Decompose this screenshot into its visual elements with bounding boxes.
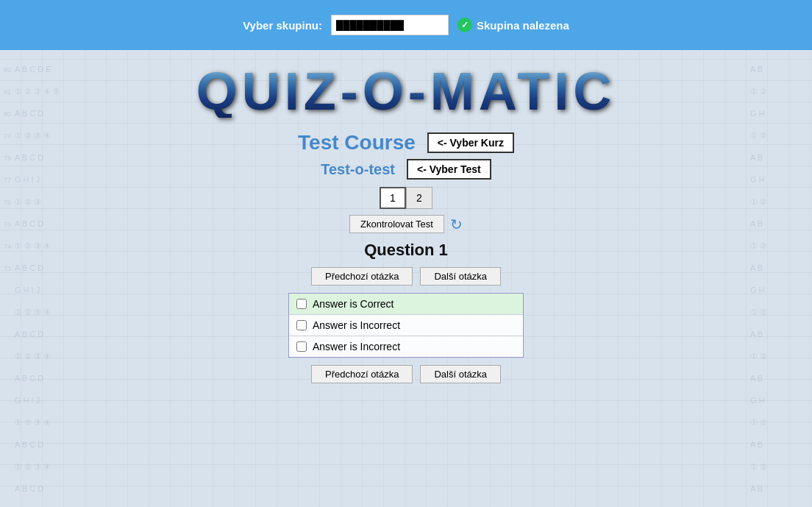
page-buttons: 1 2 [380, 187, 432, 209]
answer-text-2: Answer is Incorrect [313, 319, 400, 331]
test-row: Test-o-test <- Vyber Test [321, 159, 491, 180]
top-bar: Vyber skupinu: ✓ Skupina nalezena [0, 0, 812, 50]
answer-text-3: Answer is Incorrect [313, 341, 400, 352]
main-content: QUIZ-O-MATIC Test Course <- Vyber Kurz T… [0, 50, 812, 507]
answer-option-3: Answer is Incorrect [289, 336, 523, 357]
course-title: Test Course [298, 131, 416, 155]
status-text: Skupina nalezena [477, 19, 569, 32]
refresh-icon[interactable]: ↻ [450, 216, 463, 233]
answer-text-1: Answer is Correct [313, 298, 393, 310]
course-row: Test Course <- Vyber Kurz [298, 131, 514, 155]
next-question-button-bottom[interactable]: Další otázka [420, 365, 501, 383]
logo: QUIZ-O-MATIC [196, 65, 616, 118]
control-row: Zkontrolovat Test ↻ [349, 215, 463, 233]
answer-checkbox-1[interactable] [296, 299, 307, 309]
status-area: ✓ Skupina nalezena [457, 18, 569, 32]
prev-question-button-top[interactable]: Předchozí otázka [311, 267, 413, 286]
select-test-button[interactable]: <- Vyber Test [407, 159, 491, 180]
check-icon: ✓ [457, 18, 472, 32]
top-nav-buttons: Předchozí otázka Další otázka [311, 267, 501, 286]
page-button-2[interactable]: 2 [406, 187, 432, 209]
logo-text: QUIZ-O-MATIC [196, 65, 616, 118]
answer-checkbox-2[interactable] [296, 320, 307, 330]
answers-container: Answer is Correct Answer is Incorrect An… [288, 293, 524, 358]
answer-option-2: Answer is Incorrect [289, 315, 523, 336]
bottom-nav-buttons: Předchozí otázka Další otázka [311, 365, 501, 383]
group-input[interactable] [331, 15, 449, 35]
answer-checkbox-3[interactable] [296, 341, 307, 352]
answer-option-1: Answer is Correct [289, 294, 523, 315]
question-title: Question 1 [364, 241, 448, 260]
select-course-button[interactable]: <- Vyber Kurz [427, 132, 514, 153]
prev-question-button-bottom[interactable]: Předchozí otázka [311, 365, 413, 383]
page-button-1[interactable]: 1 [380, 187, 406, 209]
check-test-button[interactable]: Zkontrolovat Test [349, 215, 444, 233]
next-question-button-top[interactable]: Další otázka [420, 267, 501, 286]
group-label: Vyber skupinu: [243, 19, 322, 32]
test-title: Test-o-test [321, 161, 395, 178]
